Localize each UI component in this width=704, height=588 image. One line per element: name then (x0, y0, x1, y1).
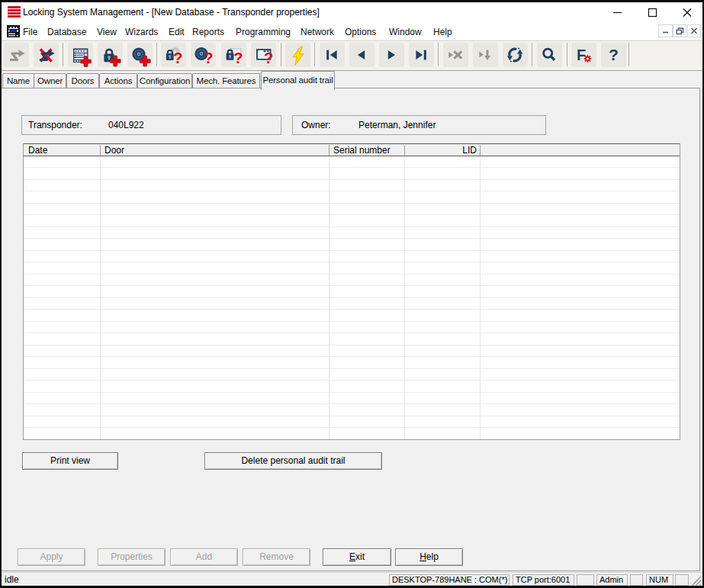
svg-text:?: ? (233, 50, 243, 66)
svg-text:?: ? (609, 46, 619, 63)
svg-text:F: F (577, 47, 586, 63)
svg-text:?: ? (204, 50, 213, 66)
svg-text:?: ? (264, 50, 273, 66)
svg-text:?: ? (173, 50, 182, 66)
